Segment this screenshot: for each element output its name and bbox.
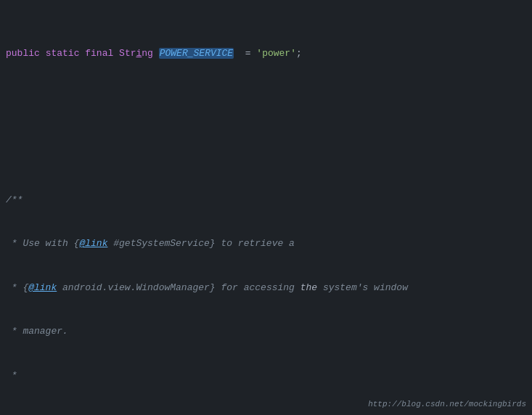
line-blank-1 xyxy=(6,120,526,134)
line-javadoc-open-1: /** xyxy=(6,193,526,208)
watermark: http://blog.csdn.net/mockingbirds xyxy=(368,398,526,411)
keyword: final xyxy=(85,48,113,59)
line-1: public static final String POWER_SERVICE… xyxy=(6,46,526,61)
type: String xyxy=(119,48,153,59)
operator: = xyxy=(240,48,256,59)
line-javadoc-link-1: * {@link android.view.WindowManager} for… xyxy=(6,281,526,295)
line-javadoc-use-1: * Use with {@link #getSystemService} to … xyxy=(6,237,526,251)
line-javadoc-manager: * manager. xyxy=(6,324,526,339)
line-javadoc-blank-1: * xyxy=(6,369,526,383)
keyword: public xyxy=(6,48,40,59)
constant-power-service: POWER_SERVICE xyxy=(159,48,234,59)
string-value: 'power' xyxy=(256,48,296,59)
keyword: static xyxy=(46,48,80,59)
line-see-getsystemservice-1: * @see #getSystemService xyxy=(6,412,526,415)
code-editor: public static final String POWER_SERVICE… xyxy=(0,0,532,415)
